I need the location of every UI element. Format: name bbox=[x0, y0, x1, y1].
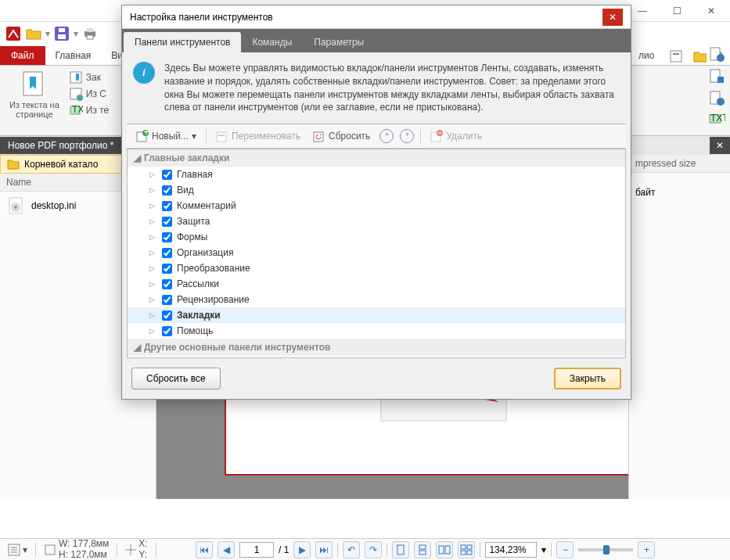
expand-icon[interactable]: ▷ bbox=[149, 171, 157, 178]
nav-next-button[interactable]: ▶ bbox=[293, 541, 311, 558]
tree-checkbox[interactable] bbox=[162, 264, 172, 274]
layout-continuous-button[interactable] bbox=[414, 541, 431, 558]
zoom-out-button[interactable]: − bbox=[556, 541, 574, 558]
expand-icon[interactable]: ▷ bbox=[149, 296, 157, 303]
folder-icon bbox=[7, 159, 20, 170]
ribbon-tab-partial[interactable]: лио bbox=[628, 45, 664, 65]
save-icon[interactable] bbox=[53, 25, 70, 42]
expand-icon[interactable]: ▷ bbox=[149, 217, 157, 225]
tree-item[interactable]: ▷Вид bbox=[128, 182, 625, 198]
status-options-icon[interactable]: ▾ bbox=[5, 544, 31, 556]
expand-icon[interactable]: ▷ bbox=[149, 311, 157, 319]
nav-last-button[interactable]: ⏭ bbox=[315, 541, 333, 558]
svg-rect-6 bbox=[87, 35, 93, 39]
right-icon-2[interactable] bbox=[708, 67, 725, 84]
tree-item-label: Формы bbox=[177, 232, 207, 242]
tree-group-other[interactable]: ◢Другие основные панели инструментов bbox=[128, 339, 625, 356]
maximize-button[interactable]: ☐ bbox=[660, 1, 694, 21]
tree-checkbox[interactable] bbox=[162, 217, 172, 227]
toolbar-reset-button[interactable]: Сбросить bbox=[310, 128, 373, 144]
ribbon-icon-1[interactable] bbox=[667, 48, 685, 65]
ribbon-group-bookmark[interactable]: Из текста на странице bbox=[5, 69, 64, 132]
tree-item[interactable]: ▷Рассылки bbox=[128, 276, 625, 292]
toolbar-move-down-button[interactable]: ˅ bbox=[400, 129, 414, 143]
expand-icon[interactable]: ▷ bbox=[149, 233, 157, 241]
tree-checkbox[interactable] bbox=[162, 201, 172, 211]
tree-item[interactable]: ▷Защита bbox=[128, 214, 625, 229]
tree-item[interactable]: ▷Помощь bbox=[128, 323, 625, 339]
dialog-tab-params[interactable]: Параметры bbox=[303, 32, 375, 52]
tree-group-main[interactable]: ◢Главные закладки bbox=[128, 149, 625, 167]
tree-item[interactable]: ▷Преобразование bbox=[128, 260, 625, 276]
toolbar-move-up-button[interactable]: ˄ bbox=[379, 129, 394, 143]
dialog-tab-commands[interactable]: Команды bbox=[241, 32, 303, 52]
layout-facing-button[interactable] bbox=[436, 541, 453, 558]
tree-checkbox[interactable] bbox=[162, 248, 172, 258]
dropdown-icon[interactable]: ▾ bbox=[45, 28, 50, 39]
sidebar-root-label: Корневой катало bbox=[24, 159, 98, 170]
expand-icon[interactable]: ▷ bbox=[149, 249, 157, 257]
ribbon-side-item-1[interactable]: Зак bbox=[69, 70, 110, 84]
print-icon[interactable] bbox=[81, 25, 99, 42]
info-icon: i bbox=[133, 62, 155, 84]
open-icon[interactable] bbox=[25, 25, 42, 42]
document-tab-close[interactable]: ✕ bbox=[710, 137, 730, 154]
zoom-slider[interactable] bbox=[578, 548, 633, 551]
ribbon-icon-2[interactable] bbox=[691, 48, 708, 65]
zoom-in-button[interactable]: + bbox=[638, 541, 655, 558]
close-dialog-button[interactable]: Закрыть bbox=[554, 368, 621, 389]
ribbon-tab-home[interactable]: Главная bbox=[45, 45, 102, 65]
document-tab[interactable]: Новое PDF портфолио * bbox=[0, 137, 128, 154]
tree-checkbox[interactable] bbox=[162, 311, 172, 321]
tree-item[interactable]: ▷Комментарий bbox=[128, 198, 625, 214]
tree-checkbox[interactable] bbox=[162, 170, 172, 180]
tree-item[interactable]: ▷Формы bbox=[128, 229, 625, 245]
right-icon-1[interactable] bbox=[708, 45, 725, 63]
svg-rect-32 bbox=[45, 545, 55, 555]
close-button[interactable]: ✕ bbox=[694, 1, 728, 21]
tree-checkbox[interactable] bbox=[162, 295, 172, 305]
nav-first-button[interactable]: ⏮ bbox=[196, 541, 213, 558]
svg-text:+: + bbox=[144, 130, 149, 138]
right-icon-4[interactable]: TXT bbox=[708, 111, 725, 128]
sidebar-col-size[interactable]: mpressed size bbox=[629, 155, 730, 172]
right-icon-3[interactable] bbox=[708, 89, 725, 106]
dialog-tree[interactable]: ◢Главные закладки ▷Главная▷Вид▷Комментар… bbox=[127, 149, 626, 358]
expand-icon[interactable]: ▷ bbox=[149, 327, 157, 335]
page-number-input[interactable] bbox=[239, 542, 274, 558]
zoom-input[interactable] bbox=[485, 542, 537, 558]
sidebar-file-size: байт bbox=[629, 173, 730, 212]
tree-checkbox[interactable] bbox=[162, 279, 172, 289]
toolbar-rename-button: Переименовать bbox=[213, 128, 304, 144]
dialog-close-button[interactable]: ✕ bbox=[602, 9, 623, 26]
nav-fwd-button[interactable]: ↷ bbox=[365, 541, 382, 558]
tree-item[interactable]: ▷Закладки bbox=[128, 307, 625, 323]
tree-checkbox[interactable] bbox=[162, 326, 172, 336]
expand-icon[interactable]: ▷ bbox=[149, 186, 157, 194]
file-tab[interactable]: Файл bbox=[0, 46, 45, 65]
dialog-button-row: Сбросить все Закрыть bbox=[122, 358, 631, 399]
layout-single-button[interactable] bbox=[392, 541, 409, 558]
dropdown-icon[interactable]: ▾ bbox=[74, 28, 78, 39]
dialog-info-panel: i Здесь Вы можете управлять видимостью в… bbox=[122, 52, 631, 124]
tree-checkbox[interactable] bbox=[162, 232, 172, 242]
reset-all-button[interactable]: Сбросить все bbox=[131, 368, 221, 389]
tree-checkbox[interactable] bbox=[162, 185, 172, 196]
dialog-titlebar[interactable]: Настройка панели инструментов ✕ bbox=[122, 5, 631, 29]
nav-back-button[interactable]: ↶ bbox=[343, 541, 360, 558]
expand-icon[interactable]: ▷ bbox=[149, 202, 157, 210]
ribbon-side-item-2[interactable]: Из С bbox=[69, 87, 110, 101]
expand-icon[interactable]: ▷ bbox=[149, 264, 157, 272]
nav-prev-button[interactable]: ◀ bbox=[218, 541, 235, 558]
customize-toolbar-dialog: Настройка панели инструментов ✕ Панели и… bbox=[121, 5, 631, 400]
toolbar-new-button[interactable]: +Новый... ▾ bbox=[133, 128, 200, 144]
layout-facing-cont-button[interactable] bbox=[458, 541, 475, 558]
tree-item-label: Вид bbox=[177, 185, 194, 196]
dialog-tab-toolbars[interactable]: Панели инструментов bbox=[124, 32, 241, 52]
tree-item[interactable]: ▷Организация bbox=[128, 245, 625, 260]
tree-item[interactable]: ▷Рецензирование bbox=[128, 292, 625, 307]
expand-icon[interactable]: ▷ bbox=[149, 280, 157, 288]
zoom-dropdown-icon[interactable]: ▾ bbox=[541, 544, 546, 555]
tree-item[interactable]: ▷Главная bbox=[128, 167, 625, 182]
ribbon-side-item-3[interactable]: TXTИз те bbox=[69, 103, 110, 117]
